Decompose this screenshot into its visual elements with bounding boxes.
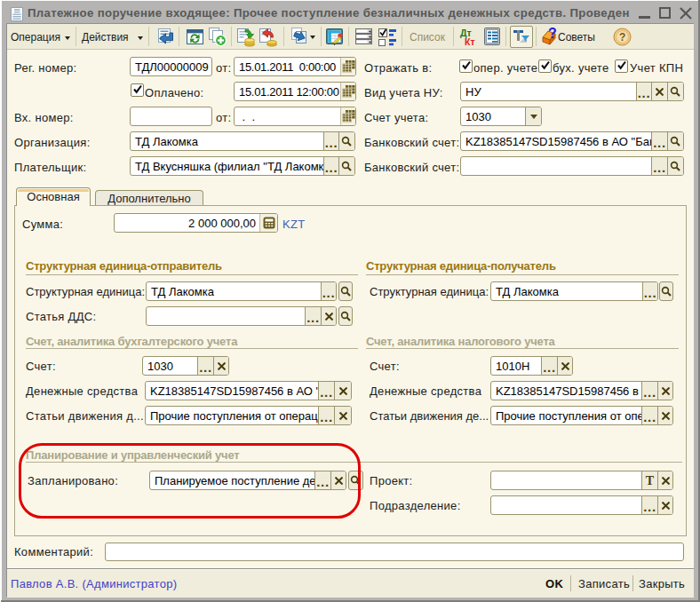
svg-text:?: ? — [548, 27, 557, 41]
svg-text:?: ? — [619, 31, 625, 44]
